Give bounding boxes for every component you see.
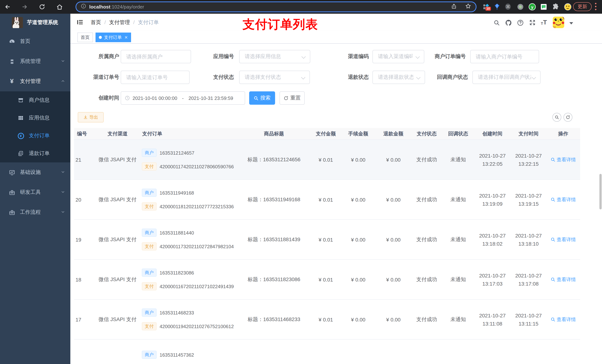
extension-puzzle-icon[interactable]: [551, 2, 560, 11]
date-range-input[interactable]: 2021-10-01 00:00:00 - 2021-10-31 23:59:5…: [121, 91, 245, 105]
sidebar-item-system[interactable]: 系统管理: [0, 52, 70, 71]
cell-refund: ¥ 0.00: [376, 316, 411, 322]
sidebar-item-label: 退款订单: [29, 150, 50, 157]
merchant-tag: 商户: [142, 149, 157, 157]
merchant-tag: 商户: [142, 229, 157, 237]
sidebar-item-pay-order[interactable]: ¥ 支付订单: [0, 127, 70, 145]
view-detail-link[interactable]: 查看详情: [546, 156, 580, 163]
refresh-button[interactable]: [563, 113, 572, 122]
export-button[interactable]: 导出: [78, 112, 104, 123]
sidebar-item-refund-order[interactable]: 退款订单: [0, 145, 70, 162]
sidebar-item-dev-tools[interactable]: 研发工具: [0, 182, 70, 202]
cell-fee: ¥ 0.00: [341, 237, 376, 242]
clock-icon: [125, 95, 130, 101]
search-icon[interactable]: [492, 19, 501, 27]
breadcrumb-home[interactable]: 首页: [91, 19, 101, 26]
fullscreen-icon[interactable]: [528, 19, 537, 27]
cell-id: 19: [74, 237, 94, 242]
sidebar-item-label: 工作流程: [20, 209, 41, 216]
site-info-icon[interactable]: [81, 3, 86, 10]
cell-paid: 2021-10-2713:18:10: [511, 231, 546, 248]
cell-paid: 2021-10-2713:19:15: [511, 191, 546, 208]
search-button[interactable]: 搜索: [249, 91, 275, 105]
forward-icon[interactable]: [21, 3, 28, 10]
col-created: 创建时间: [474, 130, 511, 137]
sidebar-item-workflow[interactable]: 工作流程: [0, 202, 70, 222]
date-start: 2021-10-01 00:00:00: [133, 95, 177, 101]
url-text: localhost:1024/pay/order: [89, 4, 144, 10]
top-navbar: 首页 / 支付管理 / 支付订单 支付订单列表 TT: [70, 14, 602, 31]
sidebar-item-payment[interactable]: ¥ 支付管理: [0, 71, 70, 91]
sidebar-item-label: 支付订单: [29, 132, 50, 139]
cell-created: 2021-10-2713:19:09: [474, 191, 511, 208]
app-window: localhost:1024/pay/order 10 ⌘ y: [0, 0, 602, 364]
toggle-search-button[interactable]: [552, 113, 561, 122]
app-logo: [12, 17, 23, 28]
merchant-no: 1635311457362: [160, 352, 194, 357]
table-row: 18 微信 JSAPI 支付 商户1635311823086 支付4200001…: [74, 260, 580, 300]
breadcrumb: 首页 / 支付管理 / 支付订单: [91, 19, 159, 26]
cell-id: 21: [74, 157, 94, 163]
chevron-down-icon: [61, 169, 65, 175]
extension-chat-icon[interactable]: [539, 2, 548, 11]
page-annotation: 支付订单列表: [243, 16, 318, 33]
merchant-tag: 商户: [142, 269, 157, 277]
extension-y-icon[interactable]: y: [527, 2, 537, 11]
back-icon[interactable]: [4, 3, 11, 10]
breadcrumb-payment[interactable]: 支付管理: [109, 19, 130, 26]
extension-record-icon[interactable]: [516, 2, 525, 11]
avatar-caret-icon[interactable]: [570, 22, 573, 24]
reset-button[interactable]: 重置: [280, 91, 305, 105]
address-bar[interactable]: localhost:1024/pay/order: [75, 1, 476, 12]
github-icon[interactable]: [504, 19, 512, 27]
view-detail-link[interactable]: 查看详情: [546, 196, 580, 203]
page-scrollbar[interactable]: [599, 174, 602, 209]
filter-label-notify-status: 回调商户状态: [397, 74, 468, 81]
merchant-no: 1635311468233: [160, 310, 194, 315]
reload-icon[interactable]: [38, 3, 45, 10]
share-icon[interactable]: [451, 3, 457, 10]
extension-balloon-icon[interactable]: [492, 2, 501, 11]
extension-command-icon[interactable]: ⌘: [504, 2, 512, 11]
cell-order: 商户1635311881440 支付4200001173202110272847…: [141, 229, 237, 250]
cell-paid: 2021-10-2713:11:15: [511, 311, 546, 328]
filter-label-merchant-order-no: 商户订单编号: [395, 53, 466, 60]
chevron-down-icon: [61, 58, 65, 64]
merchant-order-no-input[interactable]: [470, 50, 539, 63]
logo-row[interactable]: 芋道管理系统: [0, 14, 70, 31]
filter-label-create-time: 创建时间: [78, 95, 119, 101]
tag-pay-order[interactable]: 支付订单✕: [96, 32, 131, 42]
view-detail-link[interactable]: 查看详情: [546, 276, 580, 283]
browser-menu-icon[interactable]: •••: [594, 2, 598, 11]
browser-update-button[interactable]: 更新: [573, 2, 592, 11]
merchant-tag: 商户: [142, 189, 157, 197]
home-icon[interactable]: [56, 3, 63, 10]
extension-tweaks-icon[interactable]: 10: [482, 2, 491, 11]
bookmark-star-icon[interactable]: [465, 3, 471, 11]
chevron-down-icon: [61, 189, 65, 195]
merchant-no: 1635311949168: [160, 190, 194, 196]
view-detail-link[interactable]: 查看详情: [546, 236, 580, 243]
sidebar-item-app-info[interactable]: 应用信息: [0, 109, 70, 127]
close-icon[interactable]: ✕: [124, 33, 128, 42]
col-action: 操作: [546, 130, 580, 137]
pay-no: 4200001167202110271022491439: [160, 283, 234, 289]
sidebar-item-label: 商户信息: [29, 97, 50, 104]
extension-emoji-icon[interactable]: [563, 2, 572, 11]
cell-refund: ¥ 0.00: [376, 237, 411, 242]
cell-amount: ¥ 0.01: [311, 316, 341, 322]
collapse-sidebar-icon[interactable]: [77, 19, 83, 27]
font-size-icon[interactable]: TT: [540, 19, 548, 27]
col-status: 支付状态: [411, 130, 442, 137]
gear-icon: [7, 58, 16, 64]
view-detail-link[interactable]: 查看详情: [546, 316, 580, 323]
cell-notify: 未通知: [442, 236, 474, 243]
notify-status-select[interactable]: 请选择订单回调商户状态: [473, 71, 540, 84]
sidebar-item-infrastructure[interactable]: 基础设施: [0, 162, 70, 182]
cell-status: 支付成功: [411, 156, 442, 163]
tag-home[interactable]: 首页: [77, 32, 93, 42]
sidebar-item-merchant-info[interactable]: 商户信息: [0, 91, 70, 109]
avatar[interactable]: [553, 17, 564, 28]
help-icon[interactable]: [516, 19, 524, 27]
sidebar-item-home[interactable]: 首页: [0, 31, 70, 52]
